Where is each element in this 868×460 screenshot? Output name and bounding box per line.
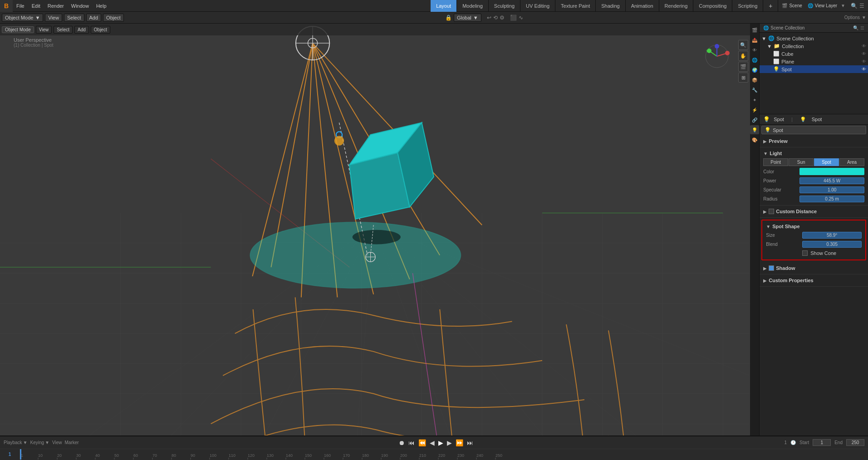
tab-layout[interactable]: Layout [431, 0, 457, 12]
main-layout: Object Mode View Select Add Object [0, 24, 868, 436]
svg-line-30 [301, 43, 313, 297]
tab-constraints[interactable]: 🔗 [750, 115, 759, 124]
step-back-btn[interactable]: ⏪ [417, 438, 427, 447]
shadow-header[interactable]: ▶ Shadow [761, 264, 866, 272]
size-value[interactable]: 58.9° [802, 232, 862, 239]
preview-header[interactable]: ▶ Preview [761, 137, 866, 145]
blend-value[interactable]: 0.305 [802, 241, 862, 248]
svg-line-55 [412, 273, 440, 436]
keying-menu[interactable]: Keying ▼ [30, 440, 49, 445]
tab-output[interactable]: 📤 [750, 35, 759, 44]
menu-window[interactable]: Window [68, 0, 93, 12]
tab-data-active[interactable]: 💡 [750, 125, 759, 134]
tab-view-layer[interactable]: 👁 [750, 45, 759, 54]
tab-sculpting[interactable]: Sculpting [489, 0, 520, 12]
light-type-sun[interactable]: Sun [789, 158, 814, 166]
shadow-section: ▶ Shadow [760, 262, 868, 274]
data-name-field[interactable]: Spot [773, 127, 783, 133]
next-key-btn[interactable]: ▶ [446, 438, 453, 447]
light-section: ▼ Light Point Sun Spot Area [760, 147, 868, 206]
timeline-frame-jump[interactable]: 1 [0, 449, 20, 460]
show-cone-checkbox[interactable] [802, 250, 808, 256]
mode-selector[interactable]: Object Mode ▼ [2, 14, 43, 22]
viewport-select-menu[interactable]: Select [54, 26, 73, 34]
skip-end-btn[interactable]: ⏭ [466, 438, 474, 447]
camera-tool[interactable]: 🎬 [738, 62, 748, 72]
tab-particles[interactable]: ✦ [750, 95, 759, 104]
radius-value[interactable]: 0.25 m [799, 196, 864, 202]
view-menu[interactable]: View [45, 14, 62, 22]
viewport-mode-select[interactable]: Object Mode [2, 26, 34, 33]
tab-uv-editing[interactable]: UV Editing [520, 0, 555, 12]
prev-key-btn[interactable]: ◀ [429, 438, 436, 447]
outliner-scene-collection[interactable]: ▼ 🌐 Scene Collection [760, 34, 868, 42]
end-frame-input[interactable] [846, 439, 864, 446]
custom-properties-header[interactable]: ▶ Custom Properties [761, 276, 866, 284]
current-frame-display[interactable]: 1 [785, 440, 787, 445]
menu-render[interactable]: Render [44, 0, 68, 12]
tab-render[interactable]: 🎬 [750, 25, 759, 34]
outliner-collection[interactable]: ▼ 📁 Collection 👁 [760, 42, 868, 50]
tab-compositing[interactable]: Compositing [693, 0, 732, 12]
options-label[interactable]: Options [844, 15, 860, 20]
specular-value[interactable]: 1.00 [799, 186, 864, 193]
playback-menu[interactable]: Playback ▼ [4, 440, 27, 445]
zoom-in-tool[interactable]: 🔍 [738, 40, 748, 50]
tab-add[interactable]: + [763, 0, 778, 12]
header-toolbar: Object Mode ▼ View Select Add Object 🔒 G… [0, 12, 868, 24]
viewport-view-menu[interactable]: View [36, 26, 52, 34]
start-frame-input[interactable] [813, 439, 831, 446]
shadow-checkbox[interactable] [769, 265, 774, 271]
tab-modeling[interactable]: Modeling [457, 0, 489, 12]
tab-rendering[interactable]: Rendering [659, 0, 694, 12]
light-header[interactable]: ▼ Light [761, 149, 866, 157]
step-fwd-btn[interactable]: ⏩ [455, 438, 464, 447]
outliner-plane[interactable]: ⬜ Plane 👁 [760, 58, 868, 65]
outliner-cube[interactable]: ⬜ Cube 👁 [760, 50, 868, 58]
color-swatch[interactable] [799, 168, 864, 175]
view-menu[interactable]: View [52, 440, 62, 445]
record-btn[interactable]: ⏺ [397, 438, 406, 447]
menu-help[interactable]: Help [93, 0, 110, 12]
tab-object[interactable]: 📦 [750, 75, 759, 84]
svg-marker-49 [397, 122, 434, 207]
light-type-spot[interactable]: Spot [814, 158, 839, 166]
skip-start-btn[interactable]: ⏮ [407, 438, 416, 447]
tab-modifier[interactable]: 🔧 [750, 85, 759, 94]
svg-line-22 [373, 225, 458, 436]
transform-selector[interactable]: Global ▼ [454, 14, 481, 22]
view-layer-label: View Layer [815, 3, 837, 8]
tab-material[interactable]: 🎨 [750, 135, 759, 144]
tab-scene[interactable]: 🌐 [750, 55, 759, 64]
viewport-3d[interactable]: Object Mode View Select Add Object [0, 24, 750, 436]
svg-point-52 [366, 252, 375, 262]
power-value[interactable]: 445.5 W [799, 177, 864, 184]
pan-tool[interactable]: ✋ [738, 51, 748, 61]
light-type-area[interactable]: Area [839, 158, 864, 166]
select-menu[interactable]: Select [64, 14, 84, 22]
timeline-ruler[interactable]: 1 10 20 30 40 50 60 70 80 [0, 449, 868, 460]
outliner-spot[interactable]: 💡 Spot 👁 [760, 65, 868, 73]
svg-line-25 [373, 225, 750, 376]
outliner-title: Scene Collection [770, 25, 804, 30]
tab-animation[interactable]: Animation [626, 0, 659, 12]
viewport-add-menu[interactable]: Add [74, 26, 89, 34]
nav-gizmo[interactable]: X Y Z [705, 44, 730, 69]
add-menu[interactable]: Add [86, 14, 102, 22]
custom-distance-header[interactable]: ▶ Custom Distance [761, 207, 866, 215]
spot-shape-header[interactable]: ▼ Spot Shape [764, 222, 863, 230]
tab-physics[interactable]: ⚡ [750, 105, 759, 114]
menu-file[interactable]: File [13, 0, 28, 12]
custom-distance-checkbox[interactable] [769, 209, 774, 214]
play-btn[interactable]: ▶ [437, 438, 444, 447]
tab-world[interactable]: 🌍 [750, 65, 759, 74]
light-type-point[interactable]: Point [763, 158, 788, 166]
viewport-object-menu[interactable]: Object [91, 26, 110, 34]
grid-tool[interactable]: ⊞ [738, 73, 748, 83]
marker-menu[interactable]: Marker [64, 440, 78, 445]
tab-scripting[interactable]: Scripting [732, 0, 763, 12]
tab-shading[interactable]: Shading [596, 0, 625, 12]
object-menu[interactable]: Object [103, 14, 124, 22]
menu-edit[interactable]: Edit [28, 0, 44, 12]
tab-texture-paint[interactable]: Texture Paint [555, 0, 596, 12]
